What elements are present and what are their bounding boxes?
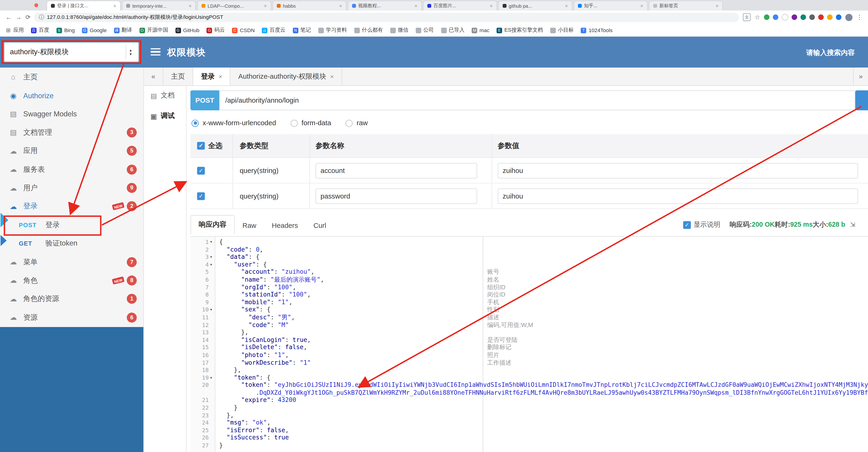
extension-icon[interactable] — [792, 15, 797, 20]
sidebar-api-post-登录[interactable]: POST登录 — [0, 216, 144, 234]
browser-tab[interactable]: habbs× — [273, 0, 347, 10]
extension-icon[interactable] — [764, 15, 769, 20]
bookmark-item[interactable]: Mmac — [472, 27, 489, 33]
sidebar-item-角色[interactable]: ☁角色NEW8 — [0, 271, 144, 290]
browser-tab[interactable]: LDAP—Compo...× — [197, 0, 271, 10]
request-url-input[interactable] — [219, 90, 855, 110]
url-field[interactable]: ⓘ 127.0.0.1:8760/api/gate/doc.html#/auth… — [34, 12, 739, 22]
bookmark-item[interactable]: CCSDN — [232, 27, 254, 33]
translate-icon[interactable]: 文 — [743, 13, 751, 21]
forward-icon[interactable]: → — [16, 14, 22, 21]
sidebar-item-Authorize[interactable]: ◉Authorize — [0, 86, 144, 105]
tab-close-icon[interactable]: × — [641, 3, 644, 9]
tab-close-icon[interactable]: × — [339, 3, 342, 9]
sidebar-item-应用[interactable]: ☁应用5 — [0, 142, 144, 160]
tab-close-icon[interactable]: × — [219, 73, 222, 80]
body-type-option[interactable]: form-data — [290, 119, 331, 127]
bookmark-item[interactable]: 译翻译 — [114, 27, 132, 34]
browser-tab[interactable]: temporary-inte...× — [122, 0, 196, 10]
sidebar-item-角色的资源[interactable]: ☁角色的资源1 — [0, 290, 144, 308]
browser-menu-icon[interactable]: ⋮ — [857, 13, 862, 21]
sidebar-item-Swagger Models[interactable]: ▤Swagger Models — [0, 105, 144, 123]
reload-icon[interactable]: ⟳ — [26, 13, 31, 21]
content-tab-登录[interactable]: 登录× — [193, 68, 230, 85]
body-type-option[interactable]: x-www-form-urlencoded — [191, 119, 276, 127]
param-name-input[interactable] — [315, 163, 477, 178]
browser-tab[interactable]: 登录 | 接口文...× — [46, 0, 121, 10]
param-value-input[interactable] — [498, 188, 858, 204]
expand-tabs-icon[interactable]: » — [853, 68, 868, 85]
extension-icon[interactable] — [836, 15, 841, 20]
bookmark-item[interactable]: 公司 — [415, 27, 434, 34]
tab-close-icon[interactable]: × — [330, 73, 334, 80]
fold-icon[interactable]: ▾ — [210, 261, 215, 269]
collapse-tabs-icon[interactable]: « — [144, 68, 163, 85]
extension-icon[interactable] — [809, 15, 815, 20]
select-stepper-icon[interactable]: ▲▼ — [126, 45, 135, 59]
sidebar-api-get-验证token[interactable]: GET验证token — [0, 234, 144, 253]
bookmark-item[interactable]: 已导入 — [441, 27, 464, 34]
doc-tab-调试[interactable]: ▣调试 — [144, 106, 186, 126]
param-checkbox[interactable]: ✓ — [197, 192, 205, 200]
bookmark-item[interactable]: N笔记 — [293, 27, 311, 34]
tab-close-icon[interactable]: × — [565, 3, 568, 9]
bookmark-star-icon[interactable]: ☆ — [754, 13, 760, 21]
bookmark-item[interactable]: O开源中国 — [139, 27, 168, 34]
bookmark-item[interactable]: T1024Tools — [581, 27, 613, 33]
fold-icon[interactable]: ▾ — [210, 238, 215, 246]
tab-close-icon[interactable]: × — [264, 3, 267, 9]
extension-icon[interactable] — [782, 14, 788, 21]
search-input[interactable]: 请输入搜索内容 — [806, 48, 855, 57]
response-tab-响应内容[interactable]: 响应内容 — [190, 215, 235, 234]
send-button[interactable]: 发送 — [855, 90, 868, 110]
fold-icon[interactable]: ▾ — [210, 253, 215, 261]
sidebar-item-登录[interactable]: ☁登录NEW2 — [0, 197, 144, 216]
page-info-icon[interactable]: ⓘ — [39, 13, 44, 21]
bookmark-item[interactable]: 云百度云 — [262, 27, 285, 34]
bookmark-item[interactable]: 什么都有 — [354, 27, 383, 34]
bookmark-item[interactable]: EES搜索引擎文档 — [497, 27, 543, 34]
sidebar-item-资源[interactable]: ☁资源6 — [0, 308, 144, 327]
tab-close-icon[interactable]: × — [414, 3, 417, 9]
bookmark-item[interactable]: 微信 — [390, 27, 408, 34]
sidebar-item-服务表[interactable]: ☁服务表6 — [0, 160, 144, 179]
sidebar-item-用户[interactable]: ☁用户9 — [0, 179, 144, 197]
response-body-editor[interactable]: 1▾{2"code": 0,3▾"data": {4▾"user": {5"ac… — [190, 236, 868, 452]
browser-tab[interactable]: github pa...× — [498, 0, 572, 10]
browser-tab[interactable]: 新标签页× — [649, 0, 723, 10]
sidebar-item-文档管理[interactable]: ▤文档管理3 — [0, 123, 144, 142]
show-description-checkbox[interactable]: ✓ — [683, 221, 691, 229]
tab-close-icon[interactable]: × — [188, 3, 191, 9]
response-tab-Curl[interactable]: Curl — [306, 217, 334, 234]
body-type-option[interactable]: raw — [345, 119, 368, 127]
bookmark-item[interactable]: 百百度 — [31, 27, 49, 34]
extension-icon[interactable] — [827, 15, 833, 20]
browser-tab[interactable]: 百度图片...× — [423, 0, 497, 10]
fold-icon[interactable]: ▾ — [210, 374, 215, 382]
response-tab-Raw[interactable]: Raw — [235, 217, 264, 234]
bookmark-item[interactable]: 学习资料 — [318, 27, 347, 34]
extension-icon[interactable] — [801, 15, 806, 20]
tab-close-icon[interactable]: × — [114, 3, 117, 9]
doc-tab-文档[interactable]: ▤文档 — [144, 85, 186, 106]
profile-avatar[interactable] — [845, 13, 852, 21]
hamburger-icon[interactable] — [151, 48, 161, 55]
param-name-input[interactable] — [315, 188, 477, 204]
extension-icon[interactable] — [773, 15, 778, 20]
fold-icon[interactable]: ▾ — [210, 306, 215, 313]
browser-tab[interactable]: 视频教程...× — [348, 0, 422, 10]
select-all-checkbox[interactable]: ✓ — [197, 142, 205, 150]
extension-icon[interactable] — [818, 15, 824, 20]
bookmark-item[interactable]: 小目标 — [550, 27, 574, 34]
param-checkbox[interactable]: ✓ — [197, 167, 205, 174]
bookmark-item[interactable]: ⊞应用 — [6, 27, 24, 34]
back-icon[interactable]: ← — [6, 14, 11, 21]
window-close-button[interactable] — [34, 3, 38, 7]
module-select[interactable]: authority-权限模块 ▲▼ — [4, 42, 139, 62]
bookmark-item[interactable]: G码云 — [207, 27, 225, 34]
content-tab-主页[interactable]: 主页 — [163, 68, 193, 85]
tab-close-icon[interactable]: × — [490, 3, 493, 9]
tab-close-icon[interactable]: × — [716, 3, 719, 9]
expand-response-icon[interactable]: ⇲ — [850, 221, 855, 228]
bookmark-item[interactable]: bBing — [57, 27, 75, 33]
